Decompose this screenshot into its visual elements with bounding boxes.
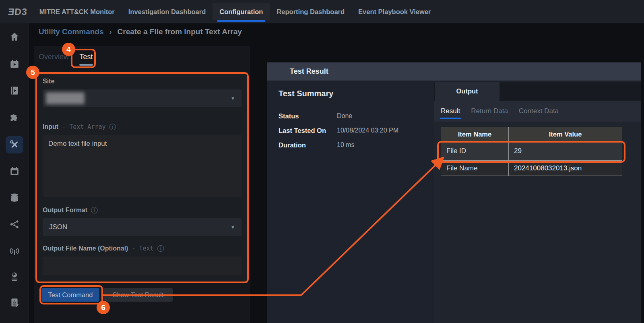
output-file-name-input[interactable] bbox=[43, 257, 242, 275]
globe-icon[interactable] bbox=[6, 268, 23, 286]
annotation-step-6: 6 bbox=[97, 301, 110, 314]
app-logo: ƎD3 bbox=[8, 6, 28, 17]
file-name-name-cell: File Name bbox=[441, 161, 509, 176]
duration-value: 10 ms bbox=[337, 141, 355, 149]
tab-output[interactable]: Output bbox=[435, 82, 500, 101]
puzzle-icon[interactable] bbox=[6, 109, 23, 127]
nav-item-mitre-attck-monitor[interactable]: MITRE ATT&CK Monitor bbox=[33, 3, 122, 20]
page-title: Create a File from input Text Array bbox=[118, 27, 242, 36]
annotation-step-4: 4 bbox=[62, 43, 75, 56]
duration-label: Duration bbox=[279, 141, 337, 149]
tab-test-underline bbox=[79, 64, 93, 66]
sidebar bbox=[0, 23, 29, 323]
col-header-item-value: Item Value bbox=[509, 127, 622, 142]
test-result-header: Test Result bbox=[267, 62, 641, 81]
tab-test-label: Test bbox=[80, 53, 93, 61]
table-row-file-name: File Name 20241008032013.json bbox=[441, 161, 622, 176]
nav-item-configuration[interactable]: Configuration bbox=[213, 3, 270, 20]
test-form: Site ▼ Input - Text Array ⓘ Demo text fi… bbox=[35, 72, 249, 283]
file-name-link[interactable]: 20241008032013.json bbox=[514, 164, 582, 172]
info-icon[interactable]: ⓘ bbox=[109, 124, 116, 130]
test-summary-rows: Status Done Last Tested On 10/08/2024 03… bbox=[279, 112, 398, 149]
input-label: Input bbox=[43, 123, 58, 130]
nav-item-investigation-dashboard[interactable]: Investigation Dashboard bbox=[122, 3, 213, 20]
test-result-panel: Test Result Test Summary Status Done Las… bbox=[267, 62, 641, 323]
subtab-return-data[interactable]: Return Data bbox=[471, 107, 508, 115]
file-id-name-cell: File ID bbox=[441, 142, 509, 161]
share-nodes-icon[interactable] bbox=[6, 215, 23, 233]
summary-row-status: Status Done bbox=[279, 112, 398, 120]
file-id-value-cell: 29 bbox=[509, 142, 622, 161]
calendar-play-icon[interactable] bbox=[6, 55, 23, 73]
col-header-item-name: Item Name bbox=[441, 127, 509, 142]
info-icon[interactable]: ⓘ bbox=[91, 207, 98, 214]
tools-icon[interactable] bbox=[6, 136, 23, 153]
document-edit-icon[interactable] bbox=[6, 294, 23, 311]
output-subtabs: Result Return Data Context Data bbox=[434, 101, 641, 122]
database-icon[interactable] bbox=[6, 189, 23, 207]
subtab-context-data[interactable]: Context Data bbox=[519, 107, 559, 115]
top-nav: ƎD3 MITRE ATT&CK Monitor Investigation D… bbox=[0, 0, 644, 23]
table-row-file-id: File ID 29 bbox=[441, 142, 622, 161]
output-file-name-type-hint: - Text bbox=[132, 245, 153, 252]
input-textarea[interactable]: Demo text file input bbox=[43, 135, 242, 197]
breadcrumb: Utility Commands › Create a File from in… bbox=[39, 27, 242, 36]
summary-row-duration: Duration 10 ms bbox=[279, 141, 398, 149]
result-table: Item Name Item Value File ID 29 File Nam… bbox=[441, 127, 622, 176]
test-result-title: Test Result bbox=[290, 62, 328, 81]
output-section: Output Result Return Data Context Data I… bbox=[434, 82, 641, 323]
test-summary-title: Test Summary bbox=[279, 89, 333, 98]
file-name-value-cell: 20241008032013.json bbox=[509, 161, 622, 176]
last-tested-label: Last Tested On bbox=[279, 127, 337, 135]
subtab-result[interactable]: Result bbox=[441, 107, 460, 115]
status-label: Status bbox=[279, 112, 337, 120]
site-select[interactable]: ▼ bbox=[43, 89, 242, 107]
tab-test[interactable]: Test bbox=[79, 51, 93, 66]
status-value: Done bbox=[337, 112, 352, 120]
output-tabstrip: Output bbox=[434, 82, 641, 101]
info-icon[interactable]: ⓘ bbox=[157, 245, 164, 252]
output-file-name-label: Output File Name (Optional) bbox=[43, 245, 128, 252]
show-test-result-button[interactable]: Show Test Result bbox=[103, 288, 173, 302]
test-command-button[interactable]: Test Command bbox=[41, 288, 99, 302]
form-buttons: Test Command Show Test Result bbox=[41, 288, 173, 302]
input-type-hint: - Text Array bbox=[62, 123, 105, 130]
playbook-icon[interactable] bbox=[6, 82, 23, 99]
breadcrumb-parent-link[interactable]: Utility Commands bbox=[39, 27, 104, 36]
broadcast-icon[interactable] bbox=[6, 242, 23, 260]
output-format-select[interactable]: JSON ▼ bbox=[43, 218, 242, 236]
annotation-step-5: 5 bbox=[26, 66, 39, 79]
nav-item-reporting-dashboard[interactable]: Reporting Dashboard bbox=[270, 3, 351, 20]
panel-divider bbox=[34, 310, 250, 310]
calendar-icon[interactable] bbox=[6, 162, 23, 180]
app-window: ƎD3 MITRE ATT&CK Monitor Investigation D… bbox=[0, 0, 644, 323]
chevron-down-icon: ▼ bbox=[231, 96, 235, 101]
output-content: Item Name Item Value File ID 29 File Nam… bbox=[434, 122, 641, 323]
site-label: Site bbox=[43, 78, 54, 85]
nav-item-event-playbook-viewer[interactable]: Event Playbook Viewer bbox=[351, 3, 438, 20]
output-format-label: Output Format bbox=[43, 207, 87, 214]
output-format-value: JSON bbox=[49, 218, 67, 236]
command-test-panel: Overview Test Site ▼ Input - Text Array … bbox=[34, 46, 250, 323]
chevron-down-icon: ▼ bbox=[231, 225, 235, 230]
summary-row-last-tested: Last Tested On 10/08/2024 03:20 PM bbox=[279, 127, 398, 135]
last-tested-value: 10/08/2024 03:20 PM bbox=[337, 127, 398, 135]
chevron-right-icon: › bbox=[109, 28, 112, 36]
home-icon[interactable] bbox=[6, 28, 23, 46]
site-value-redacted bbox=[46, 92, 85, 104]
